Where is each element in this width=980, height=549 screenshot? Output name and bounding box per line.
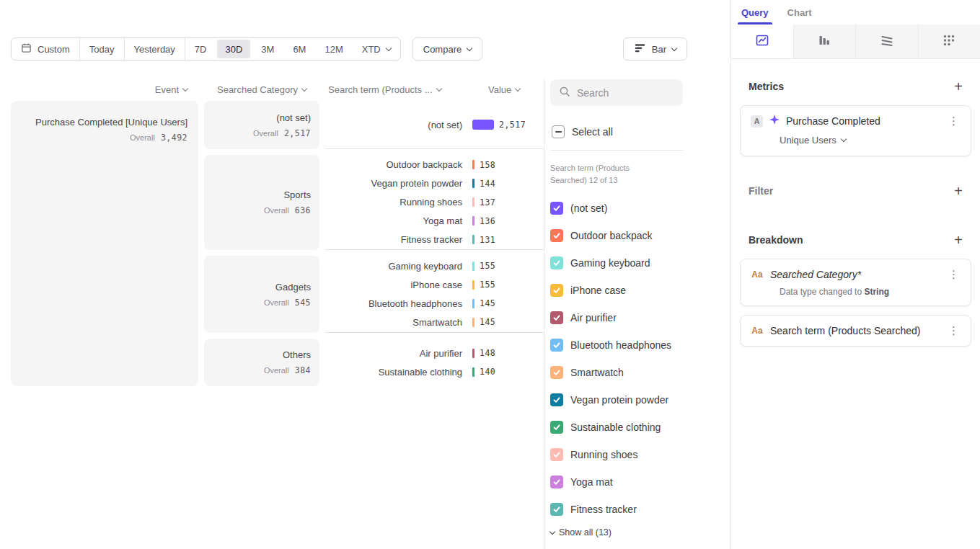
string-property-icon: Aa	[751, 269, 764, 280]
compare-button[interactable]: Compare	[412, 37, 482, 61]
category-cell[interactable]: Others Overall384	[204, 339, 319, 386]
tab-funnel-chart[interactable]	[794, 24, 857, 58]
table-row[interactable]: Running shoes 137	[325, 193, 544, 212]
metric-letter-badge: A	[751, 115, 763, 128]
segment-item[interactable]: Air purifier	[550, 304, 730, 331]
column-header-searched-category[interactable]: Searched Category	[204, 84, 319, 95]
bar-segment[interactable]	[472, 160, 474, 169]
column-header-event[interactable]: Event	[11, 84, 198, 95]
checkbox-checked-icon[interactable]	[550, 284, 563, 297]
table-row[interactable]: iPhone case 155	[325, 275, 544, 294]
checkbox-checked-icon[interactable]	[550, 256, 563, 269]
category-cell[interactable]: (not set) Overall2,517	[204, 101, 319, 149]
chevron-down-icon	[671, 45, 677, 50]
tab-flows-chart[interactable]	[856, 24, 919, 58]
divider	[550, 150, 683, 151]
category-cell[interactable]: Gadgets Overall545	[204, 256, 319, 333]
select-all-toggle[interactable]: Select all	[550, 125, 730, 138]
segment-item[interactable]: iPhone case	[550, 277, 730, 304]
checkbox-checked-icon[interactable]	[550, 311, 563, 324]
bar-segment[interactable]	[472, 120, 494, 130]
column-header-search-term[interactable]: Search term (Products ...	[325, 84, 462, 95]
chevron-down-icon	[841, 136, 847, 142]
tab-query[interactable]: Query	[741, 7, 769, 24]
date-range-7d[interactable]: 7D	[185, 38, 216, 60]
segment-item[interactable]: Outdoor backpack	[550, 222, 730, 249]
segment-item[interactable]: Gaming keyboard	[550, 249, 730, 277]
indeterminate-checkbox-icon[interactable]	[552, 125, 565, 138]
bar-segment[interactable]	[472, 262, 474, 271]
table-row[interactable]: Yoga mat 136	[325, 212, 544, 231]
tab-chart[interactable]: Chart	[787, 7, 812, 24]
bar-segment[interactable]	[472, 235, 474, 244]
checkbox-checked-icon[interactable]	[550, 393, 563, 406]
checkbox-checked-icon[interactable]	[550, 229, 563, 242]
event-cell[interactable]: Purchase Completed [Unique Users] Overal…	[11, 101, 198, 386]
bar-segment[interactable]	[472, 197, 474, 207]
table-row[interactable]: Bluetooth headphones 145	[325, 294, 544, 313]
bar-segment[interactable]	[472, 318, 474, 327]
date-range-control: Custom Today Yesterday 7D 30D 3M 6M 12M …	[11, 37, 401, 61]
segment-item[interactable]: Smartwatch	[550, 359, 730, 386]
breakdown-card[interactable]: Aa Searched Category* ⋮ Data type change…	[740, 259, 971, 306]
add-breakdown-button[interactable]: +	[954, 233, 963, 246]
kebab-menu-icon[interactable]: ⋮	[947, 268, 961, 281]
category-cell[interactable]: Sports Overall636	[204, 155, 319, 250]
checkbox-checked-icon[interactable]	[550, 366, 563, 379]
calendar-icon	[21, 43, 32, 55]
segment-item[interactable]: Sustainable clothing	[550, 414, 730, 441]
bar-segment[interactable]	[472, 280, 474, 290]
bar-segment[interactable]	[472, 299, 474, 308]
checkbox-checked-icon[interactable]	[550, 476, 563, 488]
segment-item[interactable]: Vegan protein powder	[550, 386, 730, 414]
checkbox-checked-icon[interactable]	[550, 503, 563, 516]
segment-item[interactable]: Yoga mat	[550, 468, 730, 496]
date-range-3m[interactable]: 3M	[252, 38, 283, 60]
segment-search[interactable]	[550, 79, 683, 106]
table-row[interactable]: Sustainable clothing 140	[325, 362, 544, 381]
date-range-12m[interactable]: 12M	[315, 38, 352, 60]
tab-insights-chart[interactable]	[731, 24, 794, 58]
date-range-custom[interactable]: Custom	[12, 38, 80, 60]
checkbox-checked-icon[interactable]	[550, 448, 563, 461]
add-filter-button[interactable]: +	[954, 184, 963, 197]
date-range-yesterday[interactable]: Yesterday	[125, 38, 185, 60]
add-metric-button[interactable]: +	[954, 80, 963, 93]
column-header-value[interactable]: Value	[488, 84, 520, 95]
table-row[interactable]: Air purifier 148	[325, 344, 544, 362]
table-row[interactable]: Outdoor backpack 158	[325, 156, 544, 174]
tab-retention-grid[interactable]	[919, 24, 980, 58]
date-range-xtd-dropdown[interactable]: XTD	[353, 38, 400, 60]
table-group: Sports Overall636 Outdoor backpack 158 V…	[204, 155, 544, 250]
breakdown-property-name: Searched Category*	[770, 269, 940, 280]
table-row[interactable]: (not set) 2,517	[325, 115, 544, 134]
segment-item[interactable]: (not set)	[550, 195, 730, 222]
bar-segment[interactable]	[472, 367, 474, 377]
table-row[interactable]: Fitness tracker 131	[325, 231, 544, 249]
bar-segment[interactable]	[472, 216, 474, 226]
segment-item[interactable]: Bluetooth headphones	[550, 331, 730, 359]
metric-card[interactable]: A Purchase Completed ⋮ Unique Users	[740, 105, 971, 156]
search-icon	[559, 86, 570, 100]
table-row[interactable]: Smartwatch 145	[325, 313, 544, 331]
table-row[interactable]: Vegan protein powder 144	[325, 174, 544, 193]
segment-item[interactable]: Fitness tracker	[550, 496, 730, 523]
breakdown-card[interactable]: Aa Search term (Products Searched) ⋮	[740, 315, 971, 347]
date-range-30d[interactable]: 30D	[217, 40, 250, 58]
bar-chart-table: Event Searched Category Search term (Pro…	[0, 79, 544, 549]
show-all-link[interactable]: Show all (13)	[550, 527, 730, 537]
date-range-today[interactable]: Today	[80, 38, 125, 60]
bar-segment[interactable]	[472, 179, 474, 188]
table-row[interactable]: Gaming keyboard 155	[325, 256, 544, 275]
checkbox-checked-icon[interactable]	[550, 421, 563, 434]
checkbox-checked-icon[interactable]	[550, 202, 563, 215]
search-input[interactable]	[577, 87, 674, 99]
bar-segment[interactable]	[472, 349, 474, 358]
checkbox-checked-icon[interactable]	[550, 339, 563, 352]
kebab-menu-icon[interactable]: ⋮	[947, 324, 961, 337]
kebab-menu-icon[interactable]: ⋮	[947, 115, 961, 128]
date-range-6m[interactable]: 6M	[283, 38, 315, 60]
chart-type-dropdown[interactable]: Bar	[623, 37, 687, 61]
segment-item[interactable]: Running shoes	[550, 441, 730, 468]
aggregation-dropdown[interactable]: Unique Users	[780, 135, 846, 146]
